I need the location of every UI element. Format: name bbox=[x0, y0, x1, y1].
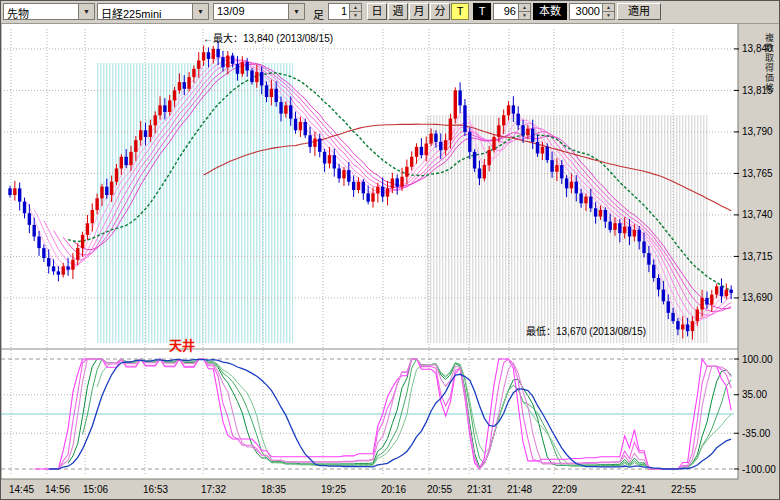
instrument-type-select[interactable]: 先物 ▼ bbox=[3, 3, 95, 20]
x-axis-label: 22:09 bbox=[552, 484, 577, 495]
oscillator-level-label: 100.00 bbox=[742, 354, 773, 365]
x-axis-label: 22:55 bbox=[671, 484, 696, 495]
chart-area[interactable]: 13,84013,81513,79013,76513,74013,71513,6… bbox=[1, 23, 780, 500]
interval-value: 1 bbox=[329, 4, 349, 19]
instrument-type-value: 先物 bbox=[4, 4, 78, 19]
x-axis-label: 16:53 bbox=[143, 484, 168, 495]
x-axis-label: 15:06 bbox=[83, 484, 108, 495]
period-button-日[interactable]: 日 bbox=[367, 3, 387, 20]
period-button-週[interactable]: 週 bbox=[388, 3, 408, 20]
symbol-select[interactable]: 日経225mini ▼ bbox=[97, 3, 209, 20]
y-axis-label: 13,765 bbox=[742, 168, 773, 179]
spin-up-icon[interactable]: ▲ bbox=[519, 4, 530, 11]
y-axis-label: 13,690 bbox=[742, 292, 773, 303]
x-axis-label: 18:35 bbox=[261, 484, 286, 495]
bar-type-label: 足 bbox=[313, 6, 324, 22]
y-axis-label: 13,715 bbox=[742, 251, 773, 262]
x-axis-label: 17:32 bbox=[201, 484, 226, 495]
x-axis-label: 14:56 bbox=[45, 484, 70, 495]
x-axis-label: 20:55 bbox=[427, 484, 452, 495]
contract-month-value: 13/09 bbox=[214, 4, 288, 19]
x-axis-label: 20:16 bbox=[381, 484, 406, 495]
min-annotation: 最低：13,670 (2013/08/15) bbox=[526, 325, 646, 337]
period-button-月[interactable]: 月 bbox=[409, 3, 429, 20]
x-axis-label: 22:41 bbox=[621, 484, 646, 495]
contract-month-select[interactable]: 13/09 ▼ bbox=[213, 3, 305, 20]
y-axis-label: 13,790 bbox=[742, 126, 773, 137]
tick-count-label: T bbox=[473, 3, 491, 20]
tick-count-value: 96 bbox=[494, 4, 518, 19]
bars-count-value: 3000 bbox=[570, 4, 602, 19]
oscillator-level-label: 35.00 bbox=[742, 389, 767, 400]
tick-count-stepper[interactable]: 96 ▲▼ bbox=[493, 3, 531, 20]
x-axis-label: 21:48 bbox=[507, 484, 532, 495]
spin-down-icon[interactable]: ▼ bbox=[350, 11, 361, 19]
spin-up-icon[interactable]: ▲ bbox=[603, 4, 614, 11]
x-axis-label: 21:31 bbox=[467, 484, 492, 495]
chevron-down-icon[interactable]: ▼ bbox=[192, 4, 208, 19]
ceiling-annotation: 天井 bbox=[169, 338, 195, 353]
max-annotation: ←最大：13,840 (2013/08/15) bbox=[203, 32, 333, 44]
toolbar: 先物 ▼ 日経225mini ▼ 13/09 ▼ 足 1 ▲▼ 日週月分 T T… bbox=[1, 1, 780, 24]
interval-stepper[interactable]: 1 ▲▼ bbox=[328, 3, 362, 20]
bars-count-label: 本数 bbox=[533, 3, 567, 20]
period-button-分[interactable]: 分 bbox=[430, 3, 450, 20]
symbol-value: 日経225mini bbox=[98, 4, 192, 19]
period-buttons: 日週月分 bbox=[367, 3, 451, 20]
spin-down-icon[interactable]: ▼ bbox=[603, 11, 614, 19]
chevron-down-icon[interactable]: ▼ bbox=[78, 4, 94, 19]
bars-count-stepper[interactable]: 3000 ▲▼ bbox=[569, 3, 615, 20]
price-chart-canvas[interactable]: 13,84013,81513,79013,76513,74013,71513,6… bbox=[1, 23, 780, 500]
apply-button[interactable]: 適用 bbox=[617, 3, 661, 20]
oscillator-level-label: -100.00 bbox=[742, 464, 776, 475]
right-vertical-label: 複数取得価格 bbox=[763, 33, 776, 93]
x-axis-label: 14:45 bbox=[9, 484, 34, 495]
x-axis-label: 19:25 bbox=[321, 484, 346, 495]
spin-down-icon[interactable]: ▼ bbox=[519, 11, 530, 19]
y-axis-label: 13,740 bbox=[742, 209, 773, 220]
tick-mode-toggle[interactable]: T bbox=[451, 3, 469, 20]
chevron-down-icon[interactable]: ▼ bbox=[288, 4, 304, 19]
oscillator-level-label: -35.00 bbox=[742, 428, 771, 439]
spin-up-icon[interactable]: ▲ bbox=[350, 4, 361, 11]
